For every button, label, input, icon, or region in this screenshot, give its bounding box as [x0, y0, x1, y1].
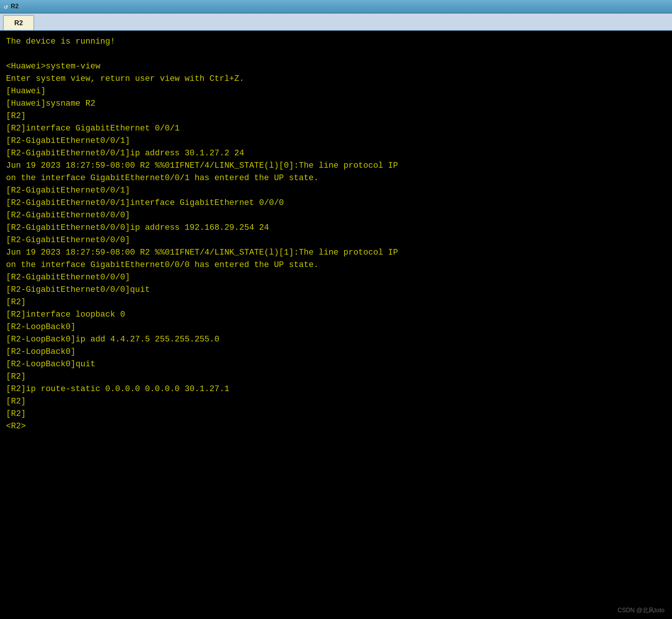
terminal-content: The device is running! <Huawei>system-vi…: [6, 35, 666, 432]
tab-label: R2: [14, 19, 23, 27]
tab-bar: R2: [0, 14, 672, 31]
watermark: CSDN @北风toto: [618, 607, 664, 614]
title-bar-icon: ↺: [4, 2, 8, 11]
title-bar: ↺ R2: [0, 0, 672, 14]
terminal[interactable]: The device is running! <Huawei>system-vi…: [0, 31, 672, 619]
title-bar-text: R2: [11, 3, 18, 10]
tab-r2[interactable]: R2: [3, 15, 34, 30]
